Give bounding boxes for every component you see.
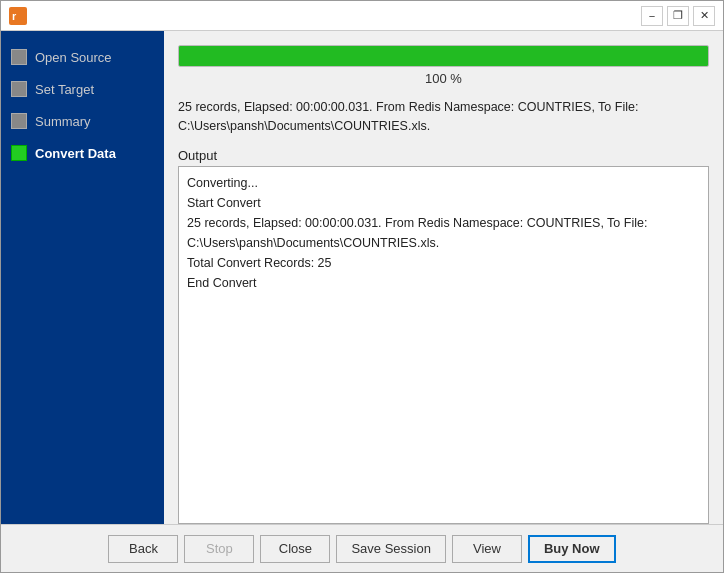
footer: BackStopCloseSave SessionViewBuy Now	[1, 524, 723, 572]
body: Open Source Set Target Summary Convert D…	[1, 31, 723, 524]
save-session-button[interactable]: Save Session	[336, 535, 446, 563]
sidebar-item-set-target[interactable]: Set Target	[1, 73, 164, 105]
close-button[interactable]: ✕	[693, 6, 715, 26]
back-button[interactable]: Back	[108, 535, 178, 563]
output-label: Output	[178, 148, 709, 163]
sidebar-label-summary: Summary	[35, 114, 91, 129]
progress-bar-fill	[179, 46, 708, 66]
title-bar: r − ❐ ✕	[1, 1, 723, 31]
summary-icon	[11, 113, 27, 129]
status-text: 25 records, Elapsed: 00:00:00.031. From …	[178, 94, 709, 140]
convert-data-icon	[11, 145, 27, 161]
view-button[interactable]: View	[452, 535, 522, 563]
sidebar-label-set-target: Set Target	[35, 82, 94, 97]
app-window: r − ❐ ✕ Open Source Set Target Summary	[0, 0, 724, 573]
sidebar-item-convert-data[interactable]: Convert Data	[1, 137, 164, 169]
minimize-button[interactable]: −	[641, 6, 663, 26]
open-source-icon	[11, 49, 27, 65]
sidebar-item-summary[interactable]: Summary	[1, 105, 164, 137]
stop-button[interactable]: Stop	[184, 535, 254, 563]
output-section: Output Converting...Start Convert25 reco…	[178, 148, 709, 525]
restore-button[interactable]: ❐	[667, 6, 689, 26]
set-target-icon	[11, 81, 27, 97]
title-bar-left: r	[9, 7, 27, 25]
app-icon: r	[9, 7, 27, 25]
buy-now-button[interactable]: Buy Now	[528, 535, 616, 563]
progress-section: 100 %	[178, 45, 709, 86]
progress-bar-container	[178, 45, 709, 67]
output-box[interactable]: Converting...Start Convert25 records, El…	[178, 166, 709, 525]
main-content: 100 % 25 records, Elapsed: 00:00:00.031.…	[164, 31, 723, 524]
title-bar-controls: − ❐ ✕	[641, 6, 715, 26]
sidebar-label-convert-data: Convert Data	[35, 146, 116, 161]
progress-label: 100 %	[178, 71, 709, 86]
close-button[interactable]: Close	[260, 535, 330, 563]
sidebar: Open Source Set Target Summary Convert D…	[1, 31, 164, 524]
svg-text:r: r	[12, 10, 17, 22]
sidebar-item-open-source[interactable]: Open Source	[1, 41, 164, 73]
sidebar-label-open-source: Open Source	[35, 50, 112, 65]
